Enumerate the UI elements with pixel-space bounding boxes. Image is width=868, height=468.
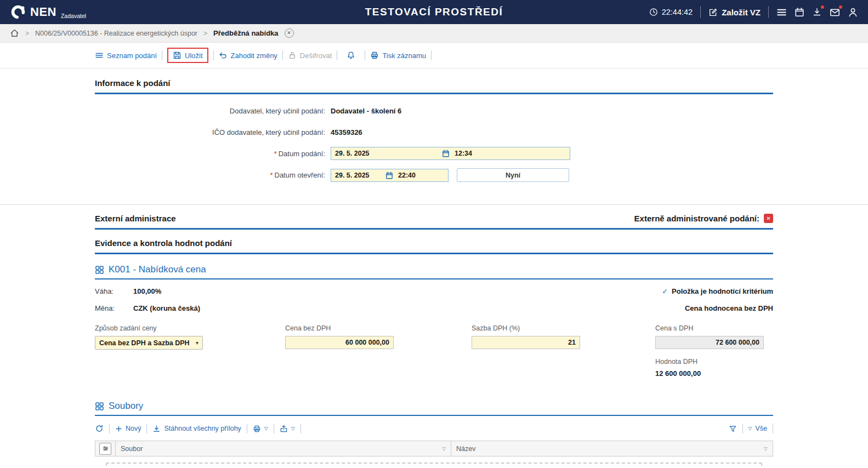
edit-icon: [708, 8, 718, 17]
files-toolbar: Nový Stáhnout všechny přílohy ▽: [95, 421, 773, 436]
logo-text: NEN: [30, 4, 56, 20]
messages-button[interactable]: [830, 7, 840, 18]
export-icon: [280, 425, 288, 433]
gross-price-field: 72 600 000,00: [655, 336, 764, 349]
submission-datetime-input[interactable]: 29. 5. 2025 12:34: [331, 147, 570, 160]
caret-down-icon: ▽: [264, 426, 268, 431]
nen-logo[interactable]: NEN Zadavatel: [10, 4, 86, 20]
field-label: Dodavatel, který učinil podání:: [95, 107, 331, 115]
print-menu-button[interactable]: ▽: [253, 425, 268, 433]
create-vz-button[interactable]: Založit VZ: [708, 8, 761, 17]
caret-down-icon: ▽: [291, 426, 295, 431]
close-icon: ✕: [287, 31, 291, 36]
menu-button[interactable]: [776, 7, 787, 18]
vat-rate-label: Sazba DPH (%): [472, 324, 655, 332]
calendar-picker-button[interactable]: [442, 150, 450, 157]
refresh-button[interactable]: [95, 424, 104, 433]
export-menu-button[interactable]: ▽: [280, 425, 295, 433]
supplier-row: Dodavatel, který učinil podání: Dodavate…: [95, 104, 773, 117]
field-value: Dodavatel - školení 6: [331, 107, 401, 115]
print-record-button[interactable]: Tisk záznamu: [370, 51, 426, 60]
vat-rate-input[interactable]: 21: [472, 336, 580, 349]
nen-logo-icon: [10, 4, 26, 20]
files-title-row[interactable]: Soubory: [95, 401, 773, 412]
toolbar-separator: [247, 424, 247, 433]
home-icon: [10, 28, 19, 38]
calendar-button[interactable]: [795, 7, 804, 17]
plus-icon: [115, 425, 122, 432]
breadcrumb-separator: >: [203, 30, 207, 37]
breadcrumb-separator: >: [25, 30, 29, 37]
submit-date-row: *Datum podání: 29. 5. 2025 12:34: [95, 147, 773, 160]
discard-changes-button[interactable]: Zahodit změny: [219, 51, 277, 60]
date-value: 29. 5. 2025: [335, 150, 442, 157]
column-settings-button[interactable]: [99, 443, 111, 455]
ico-row: IČO dodavatele, který učinil podání: 453…: [95, 125, 773, 139]
vat-note: Cena hodnocena bez DPH: [685, 304, 773, 312]
currency-value: CZK (koruna česká): [133, 304, 200, 312]
toolbar-separator: [431, 50, 432, 60]
component-icon: [95, 265, 104, 275]
calendar-icon: [442, 150, 450, 157]
profile-button[interactable]: [848, 7, 858, 18]
submissions-list-button[interactable]: Seznam podání: [95, 51, 157, 60]
logo-subtitle: Zadavatel: [61, 13, 86, 19]
notification-dot: [838, 5, 843, 9]
new-file-button[interactable]: Nový: [115, 425, 141, 432]
price-mode-label: Způsob zadání ceny: [95, 324, 285, 332]
download-all-button[interactable]: Stáhnout všechny přílohy: [152, 425, 241, 433]
weight-value: 100,00%: [133, 287, 161, 295]
bell-icon: [347, 51, 355, 60]
download-icon: [152, 425, 161, 433]
now-button[interactable]: Nyní: [457, 168, 569, 182]
net-price-input[interactable]: 60 000 000,00: [285, 336, 394, 349]
breadcrumb-contract[interactable]: N006/25/V00005136 - Realizace energetick…: [35, 30, 197, 37]
server-clock: 22:44:42: [649, 8, 693, 16]
criterion-title-row[interactable]: K001 - Nabídková cena: [95, 264, 773, 275]
block-underline: [95, 278, 773, 279]
files-section: Soubory Nový: [95, 401, 773, 468]
section-title-info: Informace k podání: [95, 78, 773, 88]
price-form: Způsob zadání ceny Cena bez DPH a Sazba …: [95, 324, 773, 378]
home-button[interactable]: [10, 28, 19, 38]
evidence-section: Evidence a kontrola hodnot podání K001 -…: [0, 230, 868, 468]
block-underline: [95, 415, 773, 416]
external-admin-section: Externí administrace Externě administrov…: [0, 205, 868, 230]
external-flag-label: Externě administrované podání:: [634, 214, 759, 223]
criterion-k001-block: K001 - Nabídková cena Váha: 100,00% ✓ Po…: [95, 264, 773, 378]
clock-icon: [649, 8, 658, 16]
file-dropzone[interactable]: Místo pro vaše dokumenty: [106, 463, 762, 468]
vat-amount-value: 12 600 000,00: [655, 369, 773, 378]
topbar-separator: [700, 6, 701, 18]
notifications-button[interactable]: [347, 51, 355, 60]
files-table-header: Soubor ▽ Název ▽: [95, 441, 773, 456]
breadcrumb-current: Předběžná nabídka: [213, 29, 278, 37]
downloads-button[interactable]: [812, 7, 822, 17]
select-caret-icon: ▾: [196, 340, 198, 346]
filter-button[interactable]: [729, 425, 737, 433]
component-icon: [95, 402, 104, 411]
decrypt-button[interactable]: Dešifrovat: [288, 51, 332, 60]
save-button-highlight: Uložit: [167, 48, 208, 63]
toolbar-separator: [213, 50, 214, 60]
toolbar-separator: [146, 424, 147, 433]
opening-datetime-input[interactable]: 29. 5. 2025 22:40: [331, 169, 449, 182]
vat-amount-label: Hodnota DPH: [655, 358, 773, 366]
time-value: 12:34: [450, 150, 472, 157]
flag-negative-icon[interactable]: ✕: [764, 214, 773, 223]
toolbar-separator: [109, 424, 110, 433]
calendar-picker-button[interactable]: [385, 172, 393, 179]
column-filter-caret[interactable]: ▽: [764, 446, 768, 452]
section-title-external: Externí administrace: [95, 214, 176, 223]
user-icon: [848, 7, 858, 18]
actions-toolbar: Seznam podání Uložit Zahodit změny De: [0, 43, 868, 69]
calendar-icon: [795, 7, 804, 17]
column-filter-caret[interactable]: ▽: [442, 446, 446, 452]
view-all-filter-button[interactable]: ▽ Vše: [748, 425, 767, 432]
close-tab-button[interactable]: ✕: [285, 28, 294, 38]
toolbar-separator: [365, 50, 365, 60]
price-mode-select[interactable]: Cena bez DPH a Sazba DPH ▾: [95, 336, 203, 350]
unlock-icon: [288, 51, 297, 60]
printer-icon: [370, 51, 379, 60]
save-button[interactable]: Uložit: [173, 51, 203, 60]
